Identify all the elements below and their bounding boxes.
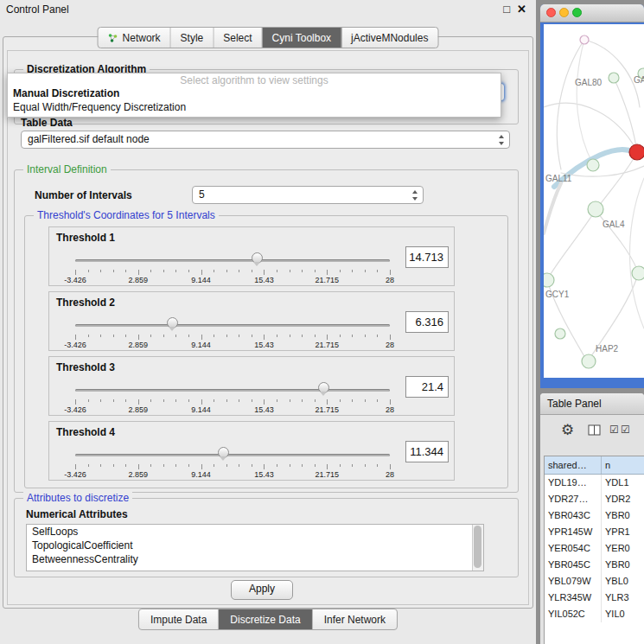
tab-discretize-data[interactable]: Discretize Data: [219, 609, 312, 629]
threshold-value-field[interactable]: 11.344: [405, 441, 449, 462]
tick-mark: [75, 464, 76, 469]
select-none-checkbox-icon[interactable]: ☑: [621, 424, 630, 436]
scrollbar-thumb[interactable]: [474, 526, 481, 568]
tick-mark: [150, 464, 151, 467]
scale-label: 15.43: [254, 276, 274, 284]
list-item[interactable]: TopologicalCoefficient: [27, 539, 483, 552]
slider-ticks: [75, 335, 390, 341]
tab-select[interactable]: Select: [214, 28, 262, 48]
cell-shared-name: YBR043C: [545, 507, 602, 524]
option-manual-discretization[interactable]: Manual Discretization: [13, 87, 119, 99]
numerical-attributes-list: SelfLoops TopologicalCoefficient Between…: [26, 524, 484, 571]
list-item[interactable]: BetweennessCentrality: [27, 552, 483, 566]
network-node[interactable]: [609, 73, 619, 83]
scrollbar[interactable]: [472, 525, 483, 571]
network-view-window: GAL80GAGAL11GAL4GCY1HAP2: [540, 4, 644, 388]
numerical-attributes-label: Numerical Attributes: [26, 508, 128, 520]
tick-mark: [138, 464, 139, 469]
tick-mark: [277, 335, 277, 337]
close-icon[interactable]: ✕: [517, 3, 526, 16]
threshold-slider[interactable]: [75, 382, 390, 398]
tab-network[interactable]: Network: [99, 28, 171, 48]
network-node[interactable]: [632, 266, 644, 280]
list-item[interactable]: SelfLoops: [27, 525, 483, 539]
table-row[interactable]: YLR345WYLR3: [545, 590, 644, 606]
minimize-traffic-light[interactable]: [559, 8, 569, 17]
tab-infer-network[interactable]: Infer Network: [313, 609, 397, 629]
network-window-titlebar: [540, 4, 644, 22]
table-row[interactable]: YDR27…YDR2: [545, 491, 644, 507]
apply-button[interactable]: Apply: [231, 580, 293, 600]
table-row[interactable]: YDL19…YDL1: [545, 475, 644, 491]
tick-mark: [88, 399, 89, 402]
tab-cyni-toolbox[interactable]: Cyni Toolbox: [263, 28, 341, 48]
network-node[interactable]: [629, 144, 644, 160]
cell-name: YLR3: [602, 590, 644, 606]
table-row[interactable]: YBL079WYBL0: [545, 573, 644, 590]
scale-label: 21.715: [315, 470, 339, 479]
tick-mark: [201, 464, 202, 469]
table-row[interactable]: YER054CYER0: [545, 540, 644, 557]
tick-mark: [277, 464, 277, 467]
scale-label: 9.144: [191, 341, 211, 349]
network-edge: [614, 78, 636, 147]
table-row[interactable]: YBR043CYBR0: [545, 507, 644, 524]
zoom-traffic-light[interactable]: [572, 8, 582, 17]
scale-label: 2.859: [129, 470, 149, 479]
scale-label: -3.426: [64, 341, 86, 349]
threshold-value-field[interactable]: 21.4: [405, 376, 449, 398]
tick-mark: [340, 464, 341, 467]
scale-label: 2.859: [129, 276, 149, 284]
tick-mark: [125, 399, 126, 402]
scale-label: 28: [386, 341, 394, 349]
select-all-checkbox-icon[interactable]: ☑: [609, 424, 619, 436]
table-row[interactable]: YPR145WYPR1: [545, 524, 644, 540]
option-equal-width-frequency[interactable]: Equal Width/Frequency Discretization: [13, 101, 186, 113]
tick-mark: [88, 270, 89, 272]
column-header-shared-name[interactable]: shared…: [545, 456, 602, 474]
table-row[interactable]: YIL052CYIL0: [545, 606, 644, 622]
threshold-value-field[interactable]: 14.713: [405, 246, 449, 268]
tick-mark: [264, 399, 265, 405]
column-header-name[interactable]: n: [602, 456, 644, 474]
table-data-select[interactable]: galFiltered.sif default node: [21, 131, 510, 149]
slider-thumb[interactable]: [218, 447, 229, 458]
slider-thumb[interactable]: [167, 317, 178, 328]
tick-mark: [100, 335, 101, 337]
tab-impute-data[interactable]: Impute Data: [139, 609, 219, 629]
tick-mark: [150, 399, 151, 402]
restore-icon[interactable]: □: [503, 3, 510, 16]
group-title: Attributes to discretize: [23, 492, 132, 504]
tick-mark: [125, 464, 126, 467]
tab-jactivemnodules[interactable]: jActiveMNodules: [341, 28, 437, 48]
number-of-intervals-select[interactable]: 5: [192, 186, 424, 204]
slider-ticks: [75, 464, 390, 470]
network-node[interactable]: [544, 273, 554, 287]
network-canvas[interactable]: GAL80GAGAL11GAL4GCY1HAP2: [544, 24, 644, 378]
slider-thumb[interactable]: [252, 252, 263, 264]
network-node[interactable]: [555, 328, 565, 339]
tick-mark: [302, 335, 303, 337]
network-node[interactable]: [588, 201, 603, 217]
threshold-slider[interactable]: [75, 252, 390, 268]
network-node[interactable]: [587, 159, 599, 171]
tick-mark: [138, 335, 139, 340]
tab-label: Network: [123, 32, 161, 44]
tick-mark: [302, 399, 303, 402]
tick-mark: [302, 464, 303, 467]
gear-icon[interactable]: ⚙: [561, 421, 574, 439]
tick-mark: [327, 464, 328, 469]
slider-thumb[interactable]: [318, 382, 329, 393]
tick-mark: [113, 270, 114, 272]
threshold-slider[interactable]: [75, 317, 390, 333]
table-row[interactable]: YBR045CYBR0: [545, 557, 644, 573]
columns-icon[interactable]: [588, 424, 602, 440]
network-node[interactable]: [582, 354, 596, 368]
slider-track: [75, 259, 390, 262]
network-node[interactable]: [580, 35, 589, 44]
threshold-value-field[interactable]: 6.316: [405, 311, 449, 333]
scale-label: 21.715: [315, 276, 339, 284]
threshold-slider[interactable]: [75, 447, 390, 462]
close-traffic-light[interactable]: [546, 8, 556, 17]
tab-style[interactable]: Style: [171, 28, 214, 48]
